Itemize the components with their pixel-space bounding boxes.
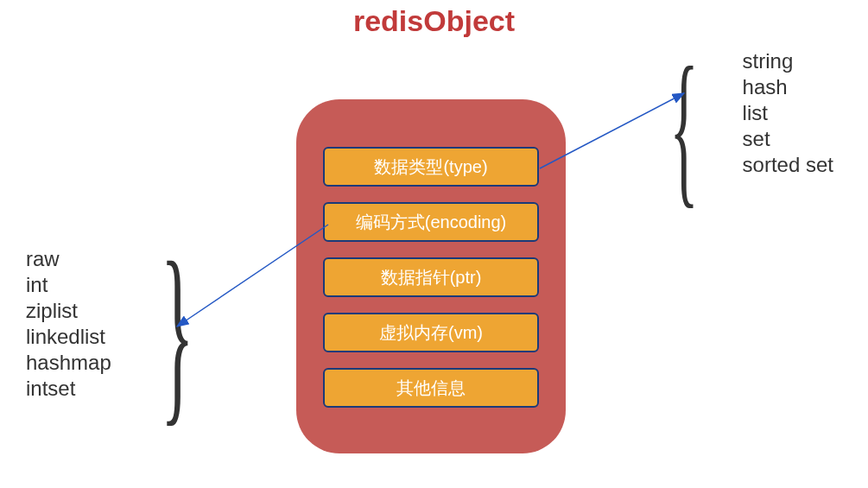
- encoding-values-list: raw int ziplist linkedlist hashmap intse…: [26, 246, 111, 402]
- type-value: set: [743, 126, 833, 152]
- brace-right-icon: {: [669, 28, 699, 225]
- field-type: 数据类型(type): [323, 147, 539, 187]
- encoding-value: raw: [26, 246, 111, 272]
- type-values-list: string hash list set sorted set: [743, 48, 833, 178]
- encoding-value: linkedlist: [26, 324, 111, 350]
- diagram-title: redisObject: [353, 4, 515, 38]
- encoding-value: int: [26, 272, 111, 298]
- encoding-value: hashmap: [26, 350, 111, 376]
- type-value: hash: [743, 74, 833, 100]
- encoding-value: intset: [26, 376, 111, 402]
- type-value: string: [743, 48, 833, 74]
- encoding-value: ziplist: [26, 298, 111, 324]
- field-other: 其他信息: [323, 368, 539, 408]
- redis-object-container: 数据类型(type) 编码方式(encoding) 数据指针(ptr) 虚拟内存…: [296, 99, 566, 453]
- field-encoding: 编码方式(encoding): [323, 202, 539, 242]
- type-value: sorted set: [743, 152, 833, 178]
- field-ptr: 数据指针(ptr): [323, 257, 539, 297]
- brace-left-icon: }: [161, 218, 194, 447]
- field-vm: 虚拟内存(vm): [323, 313, 539, 352]
- type-value: list: [743, 100, 833, 126]
